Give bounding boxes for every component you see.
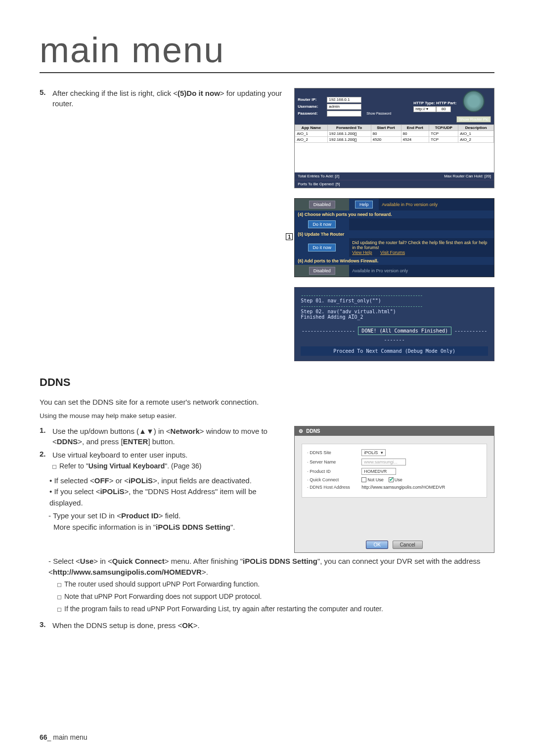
table-header: Forwarded To [327, 125, 371, 131]
page-footer: 66_ main menu [40, 733, 88, 741]
t: Network [171, 427, 200, 435]
wizard-row6-text: Available in Pro version only [352, 268, 491, 273]
t: When the DDNS setup is done, press < [52, 621, 182, 630]
step-number-3: 3. [40, 620, 52, 630]
quick-connect-label: · Quick Connect [307, 477, 361, 482]
router-pass-input[interactable] [327, 111, 361, 117]
table-cell: TCP [429, 131, 458, 137]
wizard-disabled-button[interactable]: Disabled [309, 201, 335, 209]
t: OFF [94, 476, 109, 485]
notuse-label: Not Use [367, 477, 384, 482]
table-cell: AIO_1 [295, 131, 327, 137]
note-udp-protocol: Note that uPNP Port Forwarding does not … [57, 590, 494, 603]
t: Product ID [121, 511, 159, 520]
t: Use the up/down buttons (▲▼) in < [52, 427, 171, 435]
wizard-help-button[interactable]: Help [355, 201, 373, 209]
t: Using Virtual Keyboard [89, 462, 165, 470]
console-line-3: Finished Adding AIO_2 [301, 314, 488, 320]
wizard-view-help-link[interactable]: View Help [352, 250, 372, 255]
table-cell: 192.168.1.200[] [327, 137, 371, 143]
ddns-settings-screenshot: ⚙DDNS · DDNS Site iPOLiS▾ · Server Name … [294, 426, 494, 553]
dash-quick-connect: Select <Use> in <Quick Connect> menu. Af… [48, 556, 494, 578]
wizard-row3-text: Available in Pro version only [382, 202, 491, 207]
product-id-input[interactable]: HOMEDVR [361, 468, 396, 475]
table-cell: TCP [429, 137, 458, 143]
wizard-visit-forums-link[interactable]: Visit Forums [380, 250, 405, 255]
router-ip-input[interactable]: 192.168.0.1 [327, 97, 361, 103]
ddns-ok-button[interactable]: OK [366, 541, 388, 549]
step-3-text: When the DDNS setup is done, press <OK>. [52, 620, 200, 630]
square-bullet-icon [52, 465, 56, 469]
ddns-site-select[interactable]: iPOLiS▾ [361, 449, 386, 456]
wizard-do-it-now-5[interactable]: Do it now [308, 244, 336, 252]
t: ENTER [123, 437, 148, 446]
t: > in < [93, 557, 112, 565]
ddns-box-title: DDNS [306, 428, 320, 434]
http-port-input[interactable]: 80 [436, 106, 451, 112]
t: Refer to " [59, 462, 89, 470]
t: >. [193, 621, 200, 630]
table-cell: 80 [401, 131, 429, 137]
step-2-text: Use virtual keyboard to enter user input… [52, 450, 201, 472]
ddns-heading: DDNS [40, 376, 494, 389]
console-line-1: Step 01. nav_first_only("") [301, 298, 488, 303]
t: >, input fields are deactivated. [153, 476, 252, 485]
table-cell: AIO_1 [458, 131, 494, 137]
server-name-label: · Server Name [307, 460, 361, 464]
show-router-pic-button[interactable]: Show Router Pic [456, 116, 491, 123]
t: >. [202, 568, 208, 576]
t: > menu. After finishing " [165, 557, 243, 565]
footer-max-hold: Max Router Can Hold: [20] [444, 174, 491, 178]
callout-1: 1 [286, 233, 293, 240]
note-upnp-support: The router used should support uPNP Port… [57, 578, 494, 590]
wizard-screenshot: Disabled Help Available in Pro version o… [294, 198, 494, 277]
console-proceed-button[interactable]: Proceed To Next Command (Debug Mode Only… [301, 346, 488, 356]
t: > field. [159, 511, 181, 520]
use-label: Use [395, 477, 402, 482]
wizard-disabled-6[interactable]: Disabled [309, 267, 335, 275]
notuse-checkbox[interactable] [361, 477, 366, 482]
console-screenshot: ----------------------------------------… [294, 287, 494, 361]
table-header: TCP/UDP [429, 125, 458, 131]
t: Use [80, 557, 94, 565]
http-port-label: HTTP Part: [436, 101, 456, 105]
router-ip-label: Router IP: [298, 97, 325, 102]
router-screenshot: Router IP:192.168.0.1 Username:admin Pas… [294, 88, 494, 188]
router-user-input[interactable]: admin [327, 104, 361, 110]
table-header: Description [458, 125, 494, 131]
server-name-input[interactable]: www.samsungi... [361, 459, 406, 465]
t: http://www.samsungipolis.com/HOMEDVR [53, 568, 202, 576]
wizard-do-it-now-4[interactable]: Do it now [308, 220, 336, 228]
http-type-select[interactable]: http:// ▾ [413, 106, 436, 112]
console-line-2: Step 02. nav("adv_virtual.html") [301, 309, 488, 314]
table-header: Start Port [371, 125, 401, 131]
table-header: End Port [401, 125, 429, 131]
use-checkbox[interactable] [389, 477, 394, 482]
network-icon: ⚙ [299, 428, 303, 434]
table-row: AIO_1192.168.1.200[]8080TCPAIO_1 [295, 131, 494, 137]
router-user-label: Username: [298, 104, 325, 109]
step-5-text: After checking if the list is right, cli… [52, 88, 284, 109]
footer-ports-opened: Ports To Be Opened: [5] [298, 182, 340, 186]
ddns-cancel-button[interactable]: Cancel [393, 541, 423, 549]
t: If you select < [54, 487, 100, 496]
t: Use virtual keyboard to enter user input… [52, 451, 187, 459]
product-id-label: · Product ID [307, 469, 361, 474]
page-title: main menu [40, 30, 494, 73]
chevron-down-icon: ▾ [381, 450, 383, 455]
ddns-intro: You can set the DDNS site for a remote u… [40, 397, 494, 408]
t: Select < [53, 557, 80, 565]
t: ". [230, 523, 235, 531]
t: OK [182, 621, 193, 630]
t: iPOLiS [100, 487, 124, 496]
step-1-text: Use the up/down buttons (▲▼) in <Network… [52, 426, 284, 447]
square-bullet-icon [57, 608, 61, 612]
t: Type your set ID in < [53, 511, 121, 520]
table-row: AIO_2192.168.1.200[]45204524TCPAIO_2 [295, 137, 494, 143]
table-cell: AIO_2 [458, 137, 494, 143]
show-password-toggle[interactable]: Show Password [366, 112, 391, 115]
t: > or < [109, 476, 129, 485]
footer-total-entries: Total Entries To Add: [2] [298, 174, 339, 178]
http-type-label: HTTP Type: [413, 101, 435, 105]
wizard-heading-4: (4) Choose which ports you need to forwa… [295, 210, 494, 218]
